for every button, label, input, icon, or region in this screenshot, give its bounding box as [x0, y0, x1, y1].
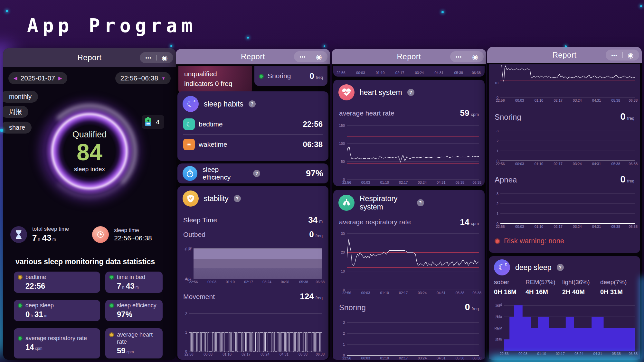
status-dot-green [18, 303, 23, 308]
svg-text:2: 2 [343, 331, 345, 335]
overview-body: ◀ 2025-01-07 ▶ 22:56~06:38 ▼ monthly 周报 … [3, 67, 176, 360]
record-target-icon[interactable]: ◉ [628, 52, 633, 59]
svg-text:1: 1 [185, 330, 187, 334]
avg-heart-rate-row: average heart rate 59cpm [333, 108, 485, 118]
sleep-efficiency-title: sleepefficiency [203, 166, 231, 181]
report-title: Report [552, 51, 576, 60]
stage-value: 0H 31M [600, 288, 627, 296]
deep-sleep-card: ☾z deep sleep ? sober 0H 16M REM(57%) 4H… [489, 256, 640, 360]
snoring-summary-card[interactable]: Snoring 0freq [254, 66, 327, 86]
svg-text:01:10: 01:10 [380, 356, 389, 360]
status-dot-green [109, 303, 114, 308]
svg-text:03:24: 03:24 [418, 181, 427, 184]
snoring-value: 0freq [465, 302, 479, 312]
more-options-icon[interactable]: ••• [456, 54, 462, 59]
report-title: Report [397, 52, 421, 61]
sleep-time-label: Sleep Time [183, 216, 217, 224]
date-selector[interactable]: ◀ 2025-01-07 ▶ [8, 72, 67, 84]
bedtime-moon-icon: ☾ [183, 118, 195, 130]
stat-value: 0h31m [25, 310, 96, 319]
svg-text:02:17: 02:17 [399, 291, 408, 295]
stage-value: 4H 16M [526, 288, 562, 296]
svg-text:1: 1 [497, 212, 498, 216]
svg-text:浅睡: 浅睡 [495, 315, 502, 319]
more-options-icon[interactable]: ••• [299, 54, 306, 59]
help-icon[interactable]: ? [234, 195, 241, 202]
hours: 7 [32, 233, 37, 243]
stat-card-bedtime[interactable]: bedtime 22:56 [14, 272, 100, 293]
svg-text:00:03: 00:03 [515, 162, 524, 166]
hours-unit: h [38, 237, 40, 242]
shield-icon [183, 190, 199, 207]
help-icon[interactable]: ? [407, 89, 414, 96]
battery-icon [144, 117, 152, 127]
snoring-label: Snoring [495, 113, 521, 122]
svg-text:03:24: 03:24 [573, 225, 582, 228]
battery-count: 4 [156, 118, 160, 126]
stat-card-avg-respiratory-rate[interactable]: average respiratory rate 14cpm [14, 328, 100, 358]
stability-title: stability [204, 194, 229, 203]
lungs-icon [338, 195, 355, 211]
score-caption: sleep index [74, 166, 105, 173]
more-options-icon[interactable]: ••• [145, 55, 151, 60]
time-range-selector[interactable]: 22:56~06:38 ▼ [115, 72, 171, 84]
svg-text:04:31: 04:31 [435, 71, 444, 75]
outbed-row: Outbed 0freq [177, 229, 328, 239]
svg-text:06:38: 06:38 [629, 352, 638, 356]
record-target-icon[interactable]: ◉ [472, 53, 478, 60]
stat-value: 7h43m [117, 282, 159, 291]
next-day-icon[interactable]: ▶ [58, 75, 62, 81]
stat-label: sleep efficiency [117, 302, 156, 309]
hourglass-icon [10, 226, 27, 243]
help-icon[interactable]: ? [557, 264, 564, 271]
battery-status: 4 [142, 115, 164, 129]
svg-text:30: 30 [341, 232, 345, 236]
svg-text:清醒: 清醒 [495, 338, 502, 341]
help-icon[interactable]: ? [253, 170, 260, 177]
svg-text:06:38: 06:38 [629, 98, 638, 102]
stat-card-sleep-efficiency[interactable]: sleep efficiency 97% [105, 300, 163, 321]
heart-system-title: heart system [360, 88, 402, 97]
stat-card-deep-sleep[interactable]: deep sleep 0h31m [14, 300, 100, 321]
report-panel-heart-resp: Report ••• ◉ 22:5600:0301:1002:1703:2404… [332, 49, 486, 360]
weekly-report-button[interactable]: 周报 [3, 106, 28, 118]
help-icon[interactable]: ? [249, 100, 256, 107]
unqualified-indicators-card[interactable]: unqualified indicators 0 freq [178, 66, 252, 94]
heart-resp-body: 22:5600:0301:1002:1703:2404:3105:3806:38… [332, 64, 486, 360]
chevron-down-icon[interactable]: ▼ [161, 76, 166, 81]
monthly-button[interactable]: monthly [3, 91, 38, 103]
svg-text:06:38: 06:38 [472, 356, 481, 360]
stat-card-avg-heart-rate[interactable]: average heart rate 59cpm [105, 328, 163, 358]
stat-card-time-in-bed[interactable]: time in bed 7h43m [105, 272, 163, 293]
report-header: Report ••• ◉ [487, 47, 642, 63]
svg-text:04:31: 04:31 [437, 291, 446, 295]
svg-text:05:38: 05:38 [298, 352, 308, 356]
svg-text:04:31: 04:31 [592, 225, 601, 228]
stat-value: 22:56 [25, 282, 96, 291]
svg-text:22:56: 22:56 [496, 225, 505, 228]
stat-value: 59cpm [117, 346, 159, 355]
svg-text:03:24: 03:24 [262, 280, 271, 284]
svg-text:00:03: 00:03 [518, 352, 527, 356]
snoring-section-row: Snoring 0freq [489, 111, 640, 122]
svg-text:01:10: 01:10 [380, 181, 389, 184]
background-dot [565, 45, 567, 47]
sleep-time-value: 22:56~06:38 [114, 234, 152, 242]
respiratory-rate-chart: 302010022:5600:0301:1002:1703:2404:3105:… [335, 230, 483, 295]
total-sleep-label: total sleep time [32, 226, 69, 232]
more-options-icon[interactable]: ••• [611, 53, 617, 58]
avg-heart-rate-value: 59cpm [460, 108, 479, 118]
share-button[interactable]: share [3, 122, 32, 134]
prev-day-icon[interactable]: ◀ [14, 75, 17, 81]
svg-text:01:10: 01:10 [535, 225, 544, 228]
movement-chart: 21022:5600:0301:1002:1703:2404:3105:3806… [179, 306, 326, 357]
total-sleep-time: total sleep time 7h43m [10, 226, 69, 243]
sleep-efficiency-value: 97% [306, 169, 323, 179]
waketime-value: 06:38 [303, 140, 323, 149]
background-right-glow [640, 277, 644, 360]
record-target-icon[interactable]: ◉ [162, 54, 167, 61]
record-target-icon[interactable]: ◉ [316, 53, 322, 60]
help-icon[interactable]: ? [417, 199, 424, 206]
svg-text:06:38: 06:38 [472, 71, 481, 75]
snoring-label: Snoring [268, 72, 291, 80]
